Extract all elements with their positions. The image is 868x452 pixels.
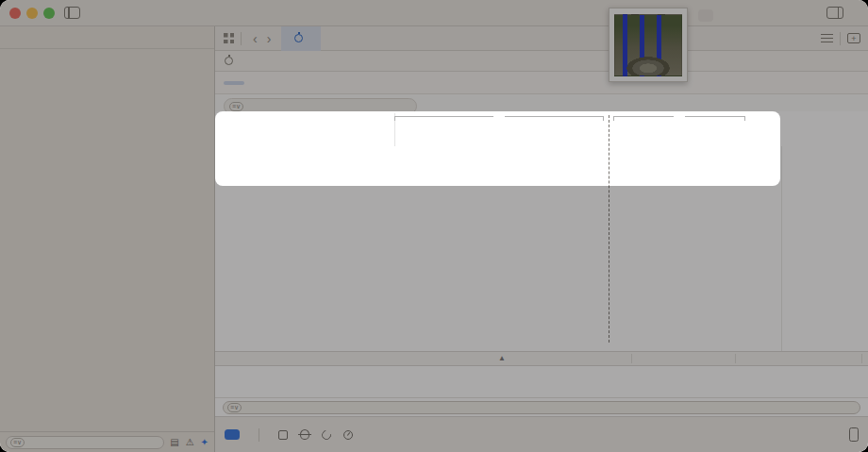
debug-navigator-tree <box>0 50 214 432</box>
navigator-filter-field[interactable]: ≡∨ <box>6 436 164 449</box>
add-editor-icon[interactable]: + <box>847 33 860 43</box>
editor-tab-bar: ‹ › + <box>215 26 868 51</box>
resources-view-icon[interactable] <box>225 429 240 440</box>
segment-encoder[interactable] <box>224 81 244 85</box>
stopwatch-icon <box>294 34 303 42</box>
navigator-sidebar: ≡∨ ▤ ⚠ ✦ <box>0 26 215 452</box>
search-filter-icon: ≡∨ <box>229 102 243 111</box>
encoders-filter-field[interactable]: ≡∨ <box>223 401 860 414</box>
performance-filter-icon[interactable]: ▤ <box>170 438 178 447</box>
minimize-window-icon[interactable] <box>26 8 38 19</box>
tab-counters[interactable] <box>281 26 321 51</box>
encoders-table-header[interactable]: ▲ <box>215 351 868 366</box>
encoders-filter-row: ≡∨ <box>215 397 868 416</box>
chart-right-gutter <box>781 146 782 351</box>
gbuffer-scene-thumbnail <box>614 14 682 76</box>
attachment-count-badge <box>698 9 713 22</box>
navigator-icon-bar <box>0 26 214 49</box>
gpu-sparkle-icon[interactable]: ✦ <box>201 438 209 447</box>
forward-chevron-icon[interactable]: › <box>262 32 276 45</box>
device-icon <box>849 427 859 442</box>
title-bar <box>0 0 868 26</box>
attachments-icon[interactable] <box>278 430 288 440</box>
debug-bottom-bar <box>215 416 868 452</box>
ruler-group-shadow-gbuffer <box>394 116 604 117</box>
scope-controls <box>215 72 868 94</box>
divider <box>840 32 841 45</box>
encoders-table: ▲ <box>215 351 868 366</box>
reload-icon[interactable] <box>320 428 333 442</box>
jump-bar[interactable] <box>215 51 868 72</box>
filter-icon: ≡∨ <box>10 438 25 447</box>
navigator-filter-input[interactable] <box>27 437 159 448</box>
xcode-window: ≡∨ ▤ ⚠ ✦ ‹ › + <box>0 0 868 452</box>
navigator-filter-bar: ≡∨ ▤ ⚠ ✦ <box>0 431 214 452</box>
counters-chart <box>215 111 868 351</box>
close-window-icon[interactable] <box>9 8 21 19</box>
selection-dash-line <box>609 115 609 343</box>
divider <box>241 32 242 45</box>
debug-bug-icon[interactable] <box>300 429 309 440</box>
ruler-group-lighting <box>613 116 745 117</box>
stopwatch-icon <box>225 57 233 65</box>
timing-icon[interactable] <box>343 430 353 440</box>
encoder-ruler <box>215 111 868 146</box>
list-view-icon[interactable] <box>821 34 833 42</box>
inspector-toggle-icon[interactable] <box>826 7 843 19</box>
filter-icon: ≡∨ <box>227 403 242 412</box>
warnings-filter-icon[interactable]: ⚠ <box>186 438 194 447</box>
back-chevron-icon[interactable]: ‹ <box>248 32 262 45</box>
sidebar-toggle-icon[interactable] <box>64 7 80 19</box>
zoom-window-icon[interactable] <box>43 8 55 19</box>
sort-caret-icon: ▲ <box>498 354 506 362</box>
encoders-filter-input[interactable] <box>244 402 856 413</box>
attachment-thumbnail-popover[interactable] <box>609 8 688 82</box>
editor-area: ‹ › + ≡∨ <box>215 26 868 452</box>
divider <box>259 428 259 442</box>
show-all-tabs-icon[interactable] <box>224 33 234 43</box>
